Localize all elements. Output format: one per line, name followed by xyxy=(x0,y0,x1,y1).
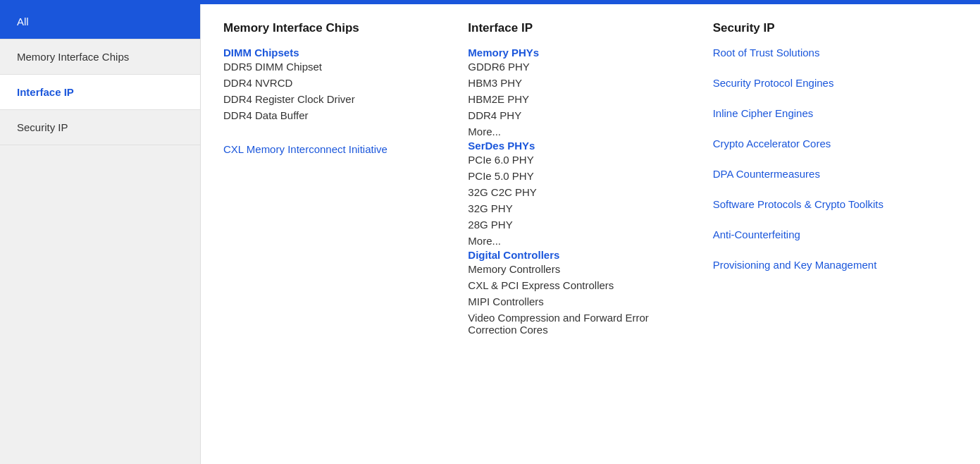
pcie-60-phy[interactable]: PCIe 6.0 PHY xyxy=(468,152,690,168)
sidebar-item-all[interactable]: All xyxy=(0,4,200,39)
provisioning-key-management-link[interactable]: Provisioning and Key Management xyxy=(713,259,935,271)
software-protocols-link[interactable]: Software Protocols & Crypto Toolkits xyxy=(713,198,935,210)
ddr4-data-buffer[interactable]: DDR4 Data Buffer xyxy=(223,107,445,123)
32g-c2c-phy[interactable]: 32G C2C PHY xyxy=(468,184,690,200)
memory-controllers[interactable]: Memory Controllers xyxy=(468,261,690,277)
pcie-50-phy[interactable]: PCIe 5.0 PHY xyxy=(468,168,690,184)
28g-phy[interactable]: 28G PHY xyxy=(468,216,690,233)
sidebar-item-memory-interface-chips[interactable]: Memory Interface Chips xyxy=(0,39,200,75)
col2-heading: Interface IP xyxy=(468,21,690,35)
column-interface-ip: Interface IP Memory PHYs GDDR6 PHY HBM3 … xyxy=(468,21,712,451)
crypto-accelerator-cores-link[interactable]: Crypto Accelerator Cores xyxy=(713,138,935,149)
inline-cipher-engines-link[interactable]: Inline Cipher Engines xyxy=(713,107,935,119)
serdes-phys-more[interactable]: More... xyxy=(468,233,690,249)
sidebar-item-interface-ip[interactable]: Interface IP xyxy=(0,75,200,110)
mipi-controllers[interactable]: MIPI Controllers xyxy=(468,293,690,310)
cxl-memory-interconnect-link[interactable]: CXL Memory Interconnect Initiative xyxy=(223,143,445,155)
dpa-countermeasures-link[interactable]: DPA Countermeasures xyxy=(713,168,935,180)
page-container: All Memory Interface Chips Interface IP … xyxy=(0,4,980,464)
memory-phys-link[interactable]: Memory PHYs xyxy=(468,47,539,59)
serdes-phys-link[interactable]: SerDes PHYs xyxy=(468,140,535,152)
ddr4-register-clock-driver[interactable]: DDR4 Register Clock Driver xyxy=(223,91,445,107)
col3-heading: Security IP xyxy=(713,21,935,35)
anti-counterfeiting-link[interactable]: Anti-Counterfeiting xyxy=(713,228,935,240)
dimm-chipsets-link[interactable]: DIMM Chipsets xyxy=(223,47,299,59)
ddr4-nvrcd[interactable]: DDR4 NVRCD xyxy=(223,75,445,91)
ddr5-dimm-chipset[interactable]: DDR5 DIMM Chipset xyxy=(223,59,445,75)
cxl-pci-express-controllers[interactable]: CXL & PCI Express Controllers xyxy=(468,277,690,293)
sidebar-item-security-ip[interactable]: Security IP xyxy=(0,110,200,145)
hbm3-phy[interactable]: HBM3 PHY xyxy=(468,75,690,91)
hbm2e-phy[interactable]: HBM2E PHY xyxy=(468,91,690,107)
digital-controllers-link[interactable]: Digital Controllers xyxy=(468,249,559,261)
col1-heading: Memory Interface Chips xyxy=(223,21,445,35)
ddr4-phy[interactable]: DDR4 PHY xyxy=(468,107,690,123)
root-of-trust-link[interactable]: Root of Trust Solutions xyxy=(713,47,935,59)
security-protocol-engines-link[interactable]: Security Protocol Engines xyxy=(713,77,935,89)
column-memory-interface-chips: Memory Interface Chips DIMM Chipsets DDR… xyxy=(223,21,468,451)
column-security-ip: Security IP Root of Trust Solutions Secu… xyxy=(713,21,957,451)
32g-phy[interactable]: 32G PHY xyxy=(468,200,690,216)
video-compression-cores[interactable]: Video Compression and Forward Error Corr… xyxy=(468,310,690,338)
memory-phys-more[interactable]: More... xyxy=(468,123,690,140)
gddr6-phy[interactable]: GDDR6 PHY xyxy=(468,59,690,75)
main-content: Memory Interface Chips DIMM Chipsets DDR… xyxy=(201,4,980,464)
sidebar: All Memory Interface Chips Interface IP … xyxy=(0,4,201,464)
